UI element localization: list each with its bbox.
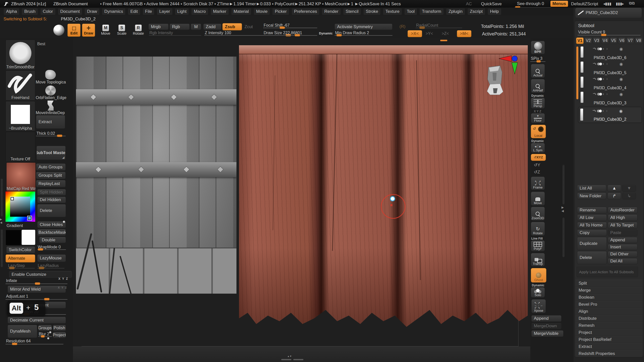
draw-size-slider[interactable]: Draw Size 222.86801 xyxy=(263,31,317,36)
polyf-button[interactable]: PolyF xyxy=(531,240,545,251)
project-button[interactable]: Project xyxy=(53,332,66,338)
layers-icon[interactable]: ◐ xyxy=(602,47,605,51)
dynamesh-button[interactable]: DynaMesh xyxy=(8,325,37,338)
eye-icon[interactable]: ◉ xyxy=(619,92,623,97)
tab-v4[interactable]: V4 xyxy=(601,37,609,44)
min-draw-radius-slider[interactable]: Min Draw Radius 2 xyxy=(335,31,392,36)
left-tray-toggle-icon[interactable]: ◂▮▮▮ xyxy=(603,2,611,6)
floor-button[interactable]: ▼ Floor xyxy=(531,113,545,123)
tab-v3[interactable]: V3 xyxy=(593,37,600,44)
copy-button[interactable]: Copy xyxy=(577,230,607,236)
transp-button[interactable]: Transp xyxy=(531,253,545,266)
lazy-radius-slider[interactable]: LazyRadius xyxy=(37,263,64,269)
subtool-row[interactable]: ◐ ◑ ◉ PM3D_Cube3D_6 xyxy=(579,46,641,60)
move-to-folder-button[interactable]: ↱ xyxy=(608,193,621,199)
moveinfinite-icon[interactable] xyxy=(47,101,54,111)
backface-mask-button[interactable]: BackfaceMask xyxy=(37,229,66,236)
extract-button[interactable]: Extract xyxy=(36,115,65,129)
subtool-row[interactable]: ◐ ◑ ◉ PM3D_Cube3D_4 xyxy=(579,76,641,90)
del-all-button[interactable]: Del All xyxy=(608,258,637,264)
subtool-up-button[interactable]: ▲ xyxy=(608,185,621,192)
delete-button[interactable]: Delete xyxy=(37,204,66,217)
subtool-row[interactable]: ◐ ◑ ◉ PM3D_Cube3D_5 xyxy=(579,61,641,75)
paste-button[interactable]: Paste xyxy=(608,230,637,236)
lsym-button[interactable]: ◄┆► L.Sym xyxy=(531,143,545,153)
move-button[interactable]: M Move xyxy=(100,25,112,36)
floor-xyz-label[interactable]: X Y Z xyxy=(534,110,541,113)
adjust-last-slider[interactable]: AdjustLast 1 xyxy=(6,294,67,300)
polish-button[interactable]: Polish xyxy=(53,325,66,331)
current-brush-thumbnail[interactable]: TrimSmoothBor xyxy=(6,40,35,70)
tray-tick[interactable] xyxy=(440,40,447,41)
inflate-xyz-label[interactable]: X Y Z xyxy=(58,277,68,281)
lsym-dynamic-label[interactable]: Dynamic xyxy=(531,139,544,143)
close-holes-button[interactable]: Close Holes xyxy=(37,221,66,228)
menu-zscript[interactable]: Zscript xyxy=(467,8,485,15)
groups-split-button[interactable]: Groups Split xyxy=(36,172,66,179)
alternate-button[interactable]: Alternate xyxy=(6,254,35,262)
left-tray-scroll-strip2[interactable] xyxy=(1,229,3,267)
brush-alpha-thumbnail[interactable]: ~BrushAlpha xyxy=(6,101,35,131)
rgb-button[interactable]: Rgb xyxy=(170,24,190,30)
double-button[interactable]: Double xyxy=(39,237,66,243)
section-align[interactable]: Align xyxy=(576,308,642,315)
tab-v7[interactable]: V7 xyxy=(626,37,634,44)
wrap-mode-slider[interactable]: WrapMode 0 xyxy=(37,245,66,250)
secondary-color-swatch[interactable] xyxy=(22,230,35,245)
m-button[interactable]: M xyxy=(191,24,201,30)
menu-file[interactable]: File xyxy=(143,8,154,15)
uv-icon[interactable]: ◑ xyxy=(606,77,608,81)
radial-count-slider[interactable]: RadialCount xyxy=(416,23,462,29)
all-to-target-button[interactable]: All To Target xyxy=(608,222,637,229)
symmetry-x-button[interactable]: >X< xyxy=(408,30,422,37)
right-divider-strip2[interactable] xyxy=(562,218,565,257)
section-split[interactable]: Split xyxy=(576,280,642,287)
menu-tool[interactable]: Tool xyxy=(404,8,417,15)
bpr-button[interactable]: BPR xyxy=(531,41,545,54)
mirror-xyz-label[interactable]: X Y Z xyxy=(58,286,67,289)
orbflatten-label[interactable]: OrbFlatten_Edge xyxy=(36,96,66,100)
resolution-slider[interactable]: Resolution 64 xyxy=(6,339,63,345)
rename-button[interactable]: Rename xyxy=(577,207,607,213)
move-out-folder-button[interactable]: ↳ xyxy=(622,193,636,199)
section-project-basrelief[interactable]: Project BasRelief xyxy=(576,336,642,343)
current-tool-button[interactable]: PM3D_Cube3D2 xyxy=(575,8,642,18)
menu-brush[interactable]: Brush xyxy=(22,8,38,15)
append-shelf-button[interactable]: Append xyxy=(531,315,561,322)
edit-button[interactable]: ⬚ Edit xyxy=(67,24,80,37)
menu-movie[interactable]: Movie xyxy=(254,8,270,15)
auto-groups-button[interactable]: Auto Groups xyxy=(36,163,66,171)
left-tray-collapse-icon[interactable]: ▶◀ xyxy=(0,218,2,224)
matcap-thumbnail[interactable]: MatCap Red Wax xyxy=(6,162,36,192)
menu-dynamics[interactable]: Dynamics xyxy=(102,8,126,15)
symmetry-y-button[interactable]: >Y< xyxy=(426,31,433,36)
move-topological-icon[interactable] xyxy=(45,70,56,79)
ghost-button[interactable]: Ghost xyxy=(531,268,546,283)
local-button[interactable]: ↺ Local xyxy=(531,125,546,138)
bottom-tray-handle2[interactable] xyxy=(293,359,303,360)
quicksave-button[interactable]: QuickSave xyxy=(481,2,502,7)
insert-button[interactable]: Insert xyxy=(608,244,637,250)
xyz-button[interactable]: ↺XYZ xyxy=(531,154,546,161)
autoreorder-button[interactable]: AutoReorder xyxy=(608,207,637,213)
visible-count-slider[interactable]: Visible Count 9 xyxy=(578,30,640,36)
all-low-button[interactable]: All Low xyxy=(577,214,607,221)
color-picker[interactable] xyxy=(6,192,35,222)
rotate-view-button[interactable]: ↻ Rotate xyxy=(531,222,545,236)
gradient-label[interactable]: Gradient xyxy=(7,223,23,228)
right-divider-strip[interactable] xyxy=(562,165,565,204)
uv-icon[interactable]: ◑ xyxy=(606,62,608,66)
texture-thumbnail[interactable]: Texture Off xyxy=(6,132,35,162)
split-hidden-button[interactable]: Split Hidden xyxy=(37,189,66,196)
focal-shift-slider[interactable]: Focal Shift -67 xyxy=(263,23,317,29)
radial-toggle[interactable]: (R) xyxy=(399,24,406,29)
dynamic-draw-size-toggle[interactable]: Dynamic xyxy=(319,31,333,35)
mergedown-button[interactable]: MergeDown xyxy=(531,323,561,329)
apply-last-action-button[interactable]: Apply Last Action To All Subtools xyxy=(577,266,638,277)
subtool-row[interactable]: ◐ ◑ ◉ PM3D_Cube3D_3 xyxy=(579,91,641,105)
default-zscript-button[interactable]: DefaultZScript xyxy=(571,2,598,7)
delete-subtool-button[interactable]: Delete xyxy=(577,251,607,264)
subtool-header[interactable]: Subtool xyxy=(578,23,594,28)
zcut-button[interactable]: Zcut xyxy=(245,24,253,29)
eye-icon[interactable]: ◉ xyxy=(619,109,623,113)
